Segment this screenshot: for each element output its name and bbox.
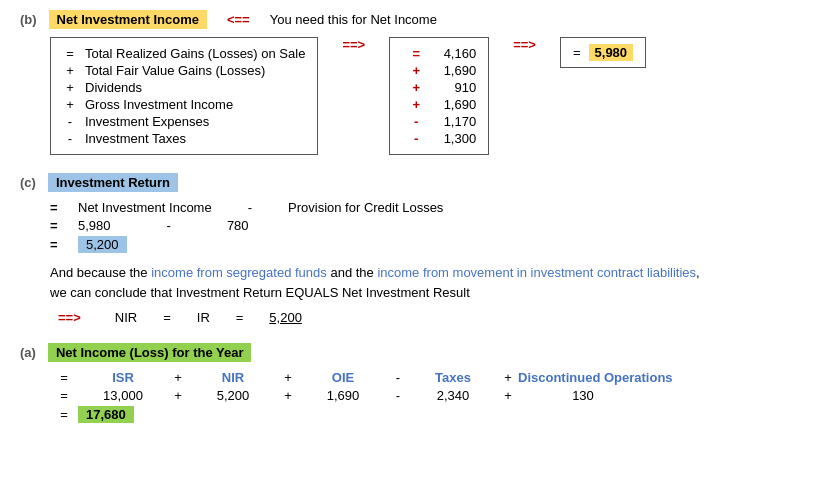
op-6: - [63, 131, 77, 146]
a-values-row: = 13,000 + 5,200 + 1,690 - 2,340 + 130 [50, 388, 813, 403]
a-h-plus1: + [168, 370, 188, 385]
op-3: + [63, 80, 77, 95]
section-c-content: = Net Investment Income - Provision for … [50, 200, 813, 253]
section-c-paragraph: And because the income from segregated f… [50, 263, 813, 302]
a-v-taxes: 2,340 [408, 388, 498, 403]
para-text-4: we can conclude that Investment Return E… [50, 285, 470, 300]
formula-text-3: Dividends [85, 80, 142, 95]
formula-text-6: Investment Taxes [85, 131, 186, 146]
a-h-plus2: + [278, 370, 298, 385]
section-a: (a) Net Income (Loss) for the Year = ISR… [20, 343, 813, 423]
val-6: 1,300 [431, 131, 476, 146]
op-2: + [63, 63, 77, 78]
section-b: (b) Net Investment Income <== You need t… [20, 10, 813, 155]
formula-line-3: + Dividends [63, 80, 305, 95]
val-line-6: - 1,300 [402, 131, 476, 146]
c-eq-2: = [50, 218, 62, 233]
section-b-arrow: <== [227, 12, 250, 27]
section-b-label: (b) [20, 12, 37, 27]
val-op-4: + [409, 97, 423, 112]
formula-box: = Total Realized Gains (Losses) on Sale … [50, 37, 318, 155]
formula-line-4: + Gross Investment Income [63, 97, 305, 112]
formula-text-5: Investment Expenses [85, 114, 209, 129]
c-right-1: Provision for Credit Losses [288, 200, 443, 215]
c-op-1: - [248, 200, 252, 215]
val-line-4: + 1,690 [402, 97, 476, 112]
val-op-5: - [409, 114, 423, 129]
formula-line-1: = Total Realized Gains (Losses) on Sale [63, 46, 305, 61]
c-eq-3: = [50, 237, 62, 252]
section-c-title: Investment Return [48, 173, 178, 192]
a-v-nir: 5,200 [188, 388, 278, 403]
a-v-eq: = [50, 388, 78, 403]
val-line-1: = 4,160 [402, 46, 476, 61]
a-h-eq: = [50, 370, 78, 385]
val-1: 4,160 [431, 46, 476, 61]
val-op-1: = [409, 46, 423, 61]
a-h-nir: NIR [188, 370, 278, 385]
section-c-label: (c) [20, 175, 36, 190]
a-v-disco: 130 [518, 388, 648, 403]
nir-equation: ==> NIR = IR = 5,200 [50, 310, 813, 325]
val-2: 1,690 [431, 63, 476, 78]
op-5: - [63, 114, 77, 129]
result-arrow: ==> [495, 37, 554, 52]
val-op-2: + [409, 63, 423, 78]
c-result: 5,200 [78, 236, 127, 253]
a-v-oie: 1,690 [298, 388, 388, 403]
section-a-label: (a) [20, 345, 36, 360]
c-left-1: Net Investment Income [78, 200, 212, 215]
formula-line-6: - Investment Taxes [63, 131, 305, 146]
c-eq-1: = [50, 200, 62, 215]
values-box: = 4,160 + 1,690 + 910 + 1,690 - 1,170 - … [389, 37, 489, 155]
nir-eq1: = [163, 310, 171, 325]
formula-text-4: Gross Investment Income [85, 97, 233, 112]
section-a-content: = ISR + NIR + OIE - Taxes + Discontinued… [50, 370, 813, 423]
para-text-2: and the [327, 265, 378, 280]
nir-eq2: = [236, 310, 244, 325]
result-arrow-icon: ==> [513, 37, 536, 52]
result-box: = 5,980 [560, 37, 646, 68]
c-op-2: - [167, 218, 171, 233]
formula-line-2: + Total Fair Value Gains (Losses) [63, 63, 305, 78]
section-b-header: (b) Net Investment Income <== You need t… [20, 10, 813, 29]
val-line-5: - 1,170 [402, 114, 476, 129]
a-h-disco: Discontinued Operations [518, 370, 673, 385]
para-blue-1: income from segregated funds [151, 265, 327, 280]
a-h-oie: OIE [298, 370, 388, 385]
a-v-plus3: + [498, 388, 518, 403]
a-h-isr: ISR [78, 370, 168, 385]
val-line-3: + 910 [402, 80, 476, 95]
nir-label: NIR [115, 310, 137, 325]
middle-arrow: ==> [324, 37, 383, 52]
val-5: 1,170 [431, 114, 476, 129]
c-row-1: = Net Investment Income - Provision for … [50, 200, 813, 215]
section-b-content: = Total Realized Gains (Losses) on Sale … [50, 37, 813, 155]
val-op-6: - [409, 131, 423, 146]
section-b-title: Net Investment Income [49, 10, 207, 29]
val-line-2: + 1,690 [402, 63, 476, 78]
a-h-taxes: Taxes [408, 370, 498, 385]
a-v-isr: 13,000 [78, 388, 168, 403]
val-op-3: + [409, 80, 423, 95]
para-text-1: And because the [50, 265, 151, 280]
section-a-header: (a) Net Income (Loss) for the Year [20, 343, 813, 362]
right-arrow: ==> [342, 37, 365, 52]
formula-text-2: Total Fair Value Gains (Losses) [85, 63, 265, 78]
a-v-minus: - [388, 388, 408, 403]
formula-text-1: Total Realized Gains (Losses) on Sale [85, 46, 305, 61]
c-row-2: = 5,980 - 780 [50, 218, 813, 233]
a-result-row: = 17,680 [50, 406, 813, 423]
section-c: (c) Investment Return = Net Investment I… [20, 173, 813, 325]
c-left-2: 5,980 [78, 218, 111, 233]
a-h-plus3: + [498, 370, 518, 385]
section-b-note: You need this for Net Income [270, 12, 437, 27]
section-c-header: (c) Investment Return [20, 173, 813, 192]
c-row-3: = 5,200 [50, 236, 813, 253]
val-3: 910 [431, 80, 476, 95]
op-1: = [63, 46, 77, 61]
para-text-3: , [696, 265, 700, 280]
c-right-2: 780 [227, 218, 249, 233]
result-eq: = [573, 45, 581, 60]
result-value: 5,980 [589, 44, 634, 61]
